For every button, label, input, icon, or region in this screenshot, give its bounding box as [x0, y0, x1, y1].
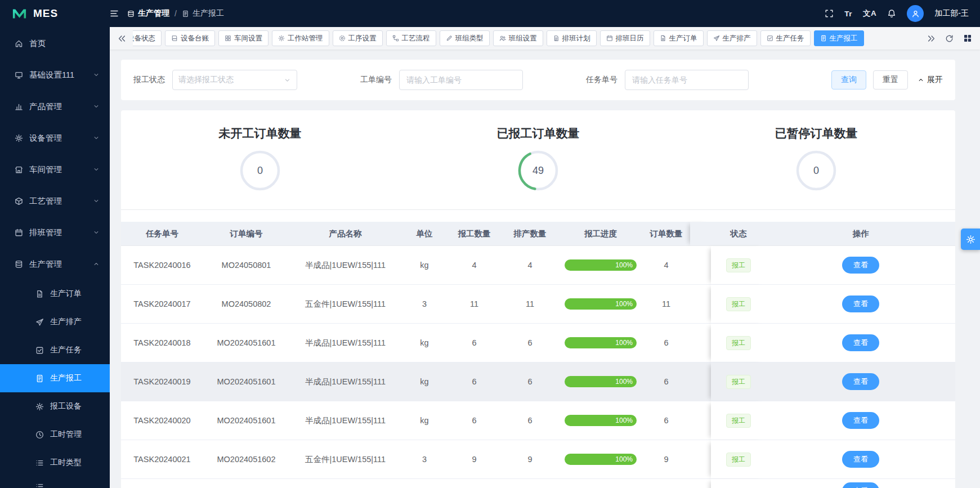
sidebar-submenu-item[interactable]: 报工设备 — [0, 392, 110, 420]
table-row[interactable]: TASK20240021 MO2024051602 五金件|1UEW/155|1… — [121, 440, 955, 479]
tabs-scroll-right-icon[interactable] — [927, 34, 936, 43]
layout-grid-icon[interactable] — [963, 34, 972, 43]
page-tab[interactable]: 排班日历 — [600, 30, 650, 46]
sidebar-item-label: 排班管理 — [29, 227, 93, 238]
view-button[interactable]: 查看 — [842, 296, 879, 312]
sidebar-submenu-item[interactable]: 生产任务 — [0, 336, 110, 364]
view-button[interactable]: 查看 — [842, 482, 879, 488]
page-tab[interactable]: 班组类型 — [440, 30, 490, 46]
cell-progress: 100% — [559, 324, 642, 362]
sidebar-submenu-item[interactable]: 生产报工 — [0, 364, 110, 392]
search-button[interactable]: 查询 — [831, 70, 866, 89]
cell-clipped — [690, 246, 711, 285]
table-row[interactable]: TASK20240018 MO2024051601 半成品|1UEW/155|1… — [121, 324, 955, 362]
view-button[interactable]: 查看 — [842, 257, 879, 274]
table-row[interactable]: TASK20240019 MO2024051601 半成品|1UEW/155|1… — [121, 362, 955, 401]
notification-bell-icon[interactable] — [887, 9, 896, 18]
orders-table: 任务单号 订单编号 产品名称 单位 报工数量 排产数量 报工进度 — [121, 222, 955, 488]
chevron-down-icon — [284, 77, 291, 84]
page-tab[interactable]: 设备状态 — [133, 30, 162, 46]
cell-progress: 100% — [559, 362, 642, 401]
cell-clipped — [690, 324, 711, 362]
page-tab[interactable]: 车间设置 — [218, 30, 269, 46]
sidebar-menu-item[interactable]: 首页 — [0, 28, 110, 59]
sidebar-submenu-item[interactable]: 工时管理 — [0, 420, 110, 449]
progress-bar: 100% — [565, 415, 637, 426]
monitor-icon — [15, 71, 23, 79]
fullscreen-icon[interactable] — [825, 9, 834, 18]
page-tab[interactable]: 生产订单 — [654, 30, 704, 46]
collapse-toggle[interactable]: 展开 — [918, 75, 943, 85]
cell-progress: 100% — [559, 246, 642, 285]
sidebar-menu-item-partial[interactable] — [0, 477, 110, 488]
cell-plan-qty: 6 — [501, 362, 559, 401]
sidebar-submenu-item[interactable]: 工时类型 — [0, 449, 110, 477]
sidebar-menu-item[interactable]: 生产管理 — [0, 248, 110, 280]
sidebar-item-label: 车间管理 — [29, 164, 93, 175]
sidebar-menu-item[interactable]: 基础设置111 — [0, 59, 110, 91]
table-row[interactable]: TASK20240017 MO24050802 五金件|1UEW/155|111… — [121, 285, 955, 324]
table-row[interactable]: TASK20240016 MO24050801 半成品|1UEW/155|111… — [121, 246, 955, 285]
tab-label: 工艺流程 — [402, 34, 430, 43]
page-tab[interactable]: 班组设置 — [493, 30, 543, 46]
table-row[interactable]: TASK20240020 MO2024051601 半成品|1UEW/155|1… — [121, 401, 955, 440]
mes-logo-icon — [11, 6, 28, 22]
chart-icon — [15, 102, 23, 111]
refresh-icon[interactable] — [945, 34, 954, 43]
plane-icon — [35, 318, 44, 326]
cell-unit: kg — [401, 246, 448, 285]
theme-settings-button[interactable] — [961, 229, 980, 250]
cell-action: 查看 — [766, 479, 955, 488]
page-tab[interactable]: 工艺流程 — [386, 30, 436, 46]
stat-title: 已暂停订单数量 — [775, 127, 858, 140]
page-tab[interactable]: 排班计划 — [547, 30, 597, 46]
view-button[interactable]: 查看 — [842, 334, 879, 351]
sidebar-submenu-item[interactable]: 生产排产 — [0, 308, 110, 336]
sidebar-item-label: 首页 — [29, 38, 100, 49]
cell-product: 五金件|1UEW/155|111 — [289, 440, 401, 479]
column-header: 报工数量 — [448, 222, 501, 246]
stat-card: 未开工订单数量 0 — [121, 127, 399, 209]
chevron-down-icon — [93, 71, 100, 78]
view-button[interactable]: 查看 — [842, 451, 879, 468]
tab-label: 设备台账 — [181, 34, 209, 43]
app-logo[interactable]: MES — [0, 0, 110, 27]
sidebar-menu-item[interactable]: 产品管理 — [0, 91, 110, 122]
sidebar-item-label: 产品管理 — [29, 101, 93, 112]
language-icon[interactable]: 文A — [863, 8, 876, 19]
user-avatar[interactable] — [907, 5, 924, 22]
user-name[interactable]: 加工部-王 — [934, 8, 969, 19]
page-tab[interactable]: 设备台账 — [165, 30, 215, 46]
page-tab[interactable]: 工序设置 — [333, 30, 383, 46]
cell-order-no: MO2024051602 — [203, 440, 289, 479]
filter-bar: 报工状态 请选择报工状态 工单编号 任务单号 查询 重置 展开 — [121, 60, 955, 100]
breadcrumb-page[interactable]: 生产报工 — [182, 8, 224, 19]
workshop-icon — [15, 165, 23, 174]
cell-report-qty: 6 — [448, 401, 501, 440]
sidebar-menu-item[interactable]: 工艺管理 — [0, 185, 110, 217]
page-tab[interactable]: 工作站管理 — [272, 30, 329, 46]
sidebar-menu-item[interactable]: 排班管理 — [0, 217, 110, 248]
font-size-icon[interactable]: Tr — [844, 10, 852, 18]
chevron-down-icon — [93, 229, 100, 236]
tabs-scroll-left-icon[interactable] — [118, 34, 126, 43]
report-status-select[interactable]: 请选择报工状态 — [172, 70, 297, 90]
sidebar-collapse-icon[interactable] — [110, 9, 119, 18]
column-header-clipped — [690, 222, 711, 246]
page-tab[interactable]: 生产任务 — [760, 30, 811, 46]
stat-progress-ring: 0 — [795, 150, 837, 191]
task-no-input[interactable] — [625, 70, 749, 90]
sidebar-menu-item[interactable]: 设备管理 — [0, 122, 110, 154]
tab-label: 设备状态 — [133, 34, 155, 43]
breadcrumb-section[interactable]: 生产管理 — [127, 8, 169, 19]
page-tab[interactable]: 生产排产 — [707, 30, 757, 46]
page-tab[interactable]: 生产报工 — [814, 30, 864, 46]
view-button[interactable]: 查看 — [842, 373, 879, 390]
sidebar-submenu-item[interactable]: 生产订单 — [0, 280, 110, 308]
sidebar-menu-item[interactable]: 车间管理 — [0, 154, 110, 185]
work-order-input[interactable] — [399, 70, 523, 90]
reset-button[interactable]: 重置 — [873, 70, 908, 89]
tab-label: 工作站管理 — [288, 34, 323, 43]
progress-bar: 100% — [565, 454, 637, 465]
view-button[interactable]: 查看 — [842, 412, 879, 429]
